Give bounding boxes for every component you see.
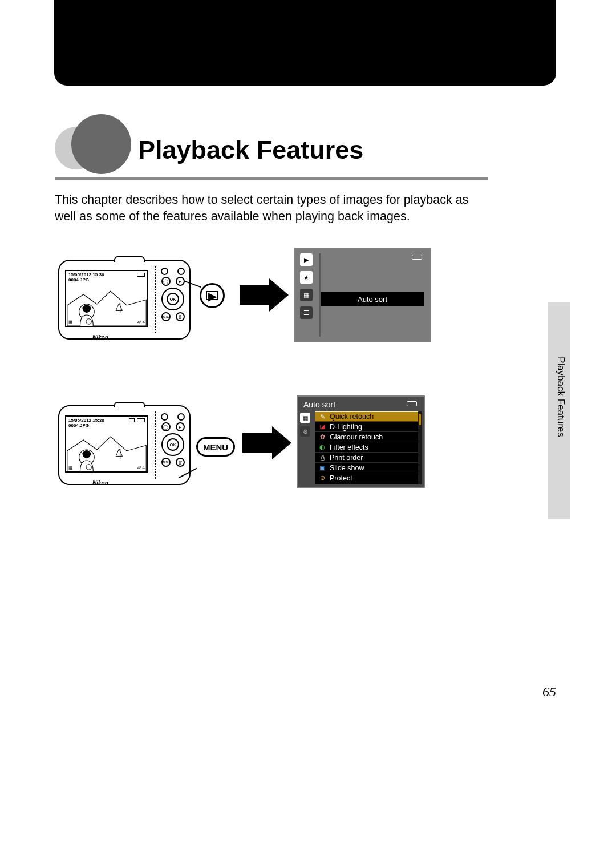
title-underline — [55, 177, 488, 180]
dpad — [161, 288, 184, 310]
menu-button: MENU — [161, 458, 171, 467]
battery-icon — [137, 273, 145, 277]
battery-icon — [412, 255, 422, 260]
quick-retouch-icon: ✎ — [318, 413, 326, 421]
battery-icon — [407, 401, 417, 406]
mode-menu-screen: ▶ ★ ▦ ☰ Auto sort — [294, 248, 431, 342]
led-icon — [161, 413, 168, 421]
menu-tab-playback-icon[interactable]: ▦ — [300, 413, 310, 423]
menu-item-glamour-retouch[interactable]: ✿ Glamour retouch — [315, 432, 422, 442]
print-icon: ⎙ — [318, 454, 326, 461]
play-button: ▸ — [176, 277, 185, 286]
tab-fav-icon[interactable]: ★ — [300, 271, 313, 284]
play-callout: ▶ — [200, 283, 225, 308]
camera-logo: Nikon — [92, 480, 108, 486]
menu-tab-setup-icon[interactable]: ⚙ — [300, 426, 310, 437]
tab-autosort-icon[interactable]: ▦ — [300, 289, 313, 301]
menu-item-protect[interactable]: ⊘ Protect — [315, 473, 422, 483]
battery-icon — [137, 418, 145, 422]
slideshow-icon: ▣ — [318, 464, 326, 471]
menu-item-slide-show[interactable]: ▣ Slide show — [315, 463, 422, 473]
led-icon — [177, 268, 185, 275]
menu-label: MENU — [203, 442, 228, 452]
camera-buttons: ◯ ▸ MENU 🗑 — [160, 413, 186, 467]
thumb-icon: ▦ — [68, 320, 73, 325]
chapter-intro: This chapter describes how to select cer… — [55, 192, 488, 224]
camera-illustration-1: 15/05/2012 15:30 0004.JPG ▦ 4/ 4 Nikon — [58, 260, 191, 340]
lcd-date: 15/05/2012 15:30 0004.JPG — [68, 418, 104, 429]
mode-button: ◯ — [161, 422, 171, 431]
delete-button: 🗑 — [176, 312, 185, 321]
play-button: ▸ — [176, 422, 185, 431]
play-icon: ▶ — [206, 291, 218, 300]
led-icon — [161, 268, 168, 275]
header-dot-big — [71, 114, 131, 174]
protect-icon: ⊘ — [318, 474, 326, 482]
camera-buttons: ◯ ▸ MENU 🗑 — [160, 268, 186, 321]
camera-logo: Nikon — [92, 334, 108, 341]
arrow-right-2 — [242, 433, 272, 453]
arrow-right-1 — [240, 285, 269, 305]
lcd-date: 15/05/2012 15:30 0004.JPG — [68, 273, 104, 283]
camera-lcd: 15/05/2012 15:30 0004.JPG ▦ 4/ 4 — [65, 270, 148, 327]
menu-button: MENU — [161, 312, 171, 321]
menu-callout: MENU — [196, 437, 235, 457]
menu-item-quick-retouch[interactable]: ✎ Quick retouch — [315, 411, 422, 422]
menu-list: ✎ Quick retouch ◪ D-Lighting ✿ Glamour r… — [315, 411, 422, 484]
mode-button: ◯ — [161, 277, 171, 286]
delete-button: 🗑 — [176, 458, 185, 467]
chapter-title: Playback Features — [138, 135, 363, 165]
playback-menu-screen: Auto sort ▦ ⚙ ✎ Quick retouch ◪ D-Lighti… — [297, 395, 425, 488]
page-number: 65 — [542, 684, 556, 700]
menu-title: Auto sort — [303, 400, 335, 409]
menu-item-d-lighting[interactable]: ◪ D-Lighting — [315, 422, 422, 432]
led-icon — [177, 413, 185, 421]
arrow-tip-icon — [269, 278, 289, 312]
arrow-tip-icon — [272, 426, 291, 459]
header-strip — [54, 0, 556, 86]
filter-icon: ◐ — [318, 443, 326, 451]
menu-item-print-order[interactable]: ⎙ Print order — [315, 453, 422, 463]
camera-lcd: 15/05/2012 15:30 0004.JPG ▦ 4/ 4 — [65, 415, 148, 473]
glamour-icon: ✿ — [318, 433, 326, 441]
dpad — [161, 433, 184, 456]
scrollbar[interactable] — [418, 411, 422, 484]
sort-icon — [129, 418, 135, 422]
d-lighting-icon: ◪ — [318, 423, 326, 430]
tab-play-icon[interactable]: ▶ — [300, 253, 313, 266]
thumb-tab-label: Playback Features — [555, 357, 566, 437]
tab-list-icon[interactable]: ☰ — [300, 306, 313, 319]
thumb-icon: ▦ — [68, 465, 73, 470]
camera-illustration-2: 15/05/2012 15:30 0004.JPG ▦ 4/ 4 Nikon — [58, 405, 191, 485]
mode-highlight[interactable]: Auto sort — [321, 292, 424, 306]
menu-item-filter-effects[interactable]: ◐ Filter effects — [315, 442, 422, 453]
